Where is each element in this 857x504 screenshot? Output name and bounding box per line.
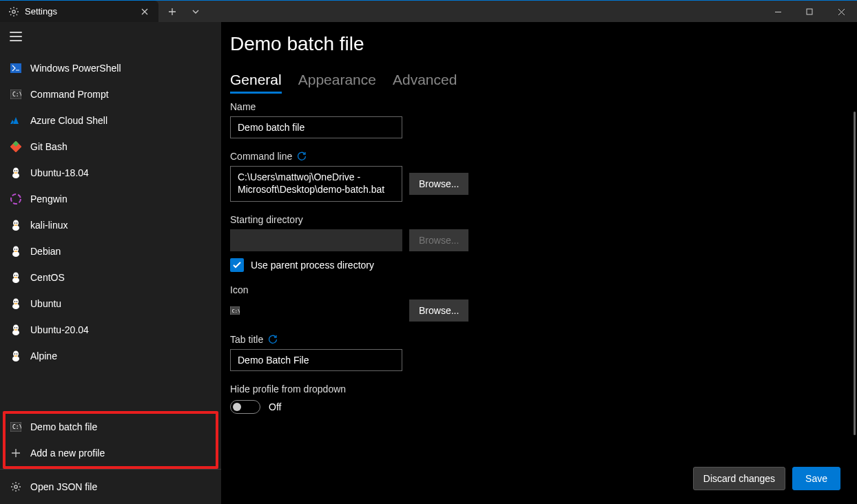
sidebar-item-alpine[interactable]: Alpine [3,343,218,369]
svg-point-29 [12,330,19,335]
commandline-label-text: Command line [230,151,292,162]
discard-button[interactable]: Discard changes [693,467,785,490]
browse-startdir-button[interactable]: Browse... [409,229,468,251]
startdir-input[interactable] [230,229,402,251]
hamburger-button[interactable] [0,22,221,51]
sidebar-item-kali[interactable]: kali-linux [3,212,218,238]
new-tab-button[interactable] [161,2,183,21]
icon-input[interactable]: C:\ [230,300,402,322]
sidebar-item-label: Command Prompt [30,89,109,100]
sidebar-item-debian[interactable]: Debian [3,238,218,264]
svg-point-23 [17,275,18,276]
field-name: Name [230,101,838,138]
sidebar-bottom: Open JSON file [0,469,221,504]
name-input[interactable] [230,116,402,138]
sidebar-item-powershell[interactable]: Windows PowerShell [3,55,218,81]
sidebar-item-azure[interactable]: Azure Cloud Shell [3,107,218,134]
field-startdir: Starting directory Browse... Use parent … [230,214,838,272]
use-parent-checkbox[interactable] [230,258,244,272]
sidebar-item-label: CentOS [30,272,65,283]
commandline-input[interactable]: C:\Users\mattwoj\OneDrive - Microsoft\De… [230,166,402,202]
sidebar-item-label: Debian [30,246,61,257]
field-commandline: Command line C:\Users\mattwoj\OneDrive -… [230,151,838,202]
icon-label: Icon [230,284,838,295]
reset-icon[interactable] [296,151,307,162]
svg-point-38 [14,485,17,488]
cmd-icon: C:\ [230,306,240,315]
footer: Discard changes Save [222,460,857,504]
svg-point-33 [12,356,19,361]
svg-point-31 [17,327,18,328]
toggle-state-label: Off [269,401,281,412]
svg-point-8 [12,173,19,178]
sidebar-item-label: kali-linux [30,220,68,231]
window-controls [762,1,857,22]
svg-point-22 [14,275,16,276]
open-json-button[interactable]: Open JSON file [3,474,218,500]
sidebar-item-pengwin[interactable]: Pengwin [3,186,218,212]
sidebar-item-label: Add a new profile [30,448,105,459]
sidebar-list: Windows PowerShell C:\ Command Prompt Az… [0,51,221,411]
svg-point-30 [14,327,16,328]
titlebar-actions [158,1,209,22]
sidebar-item-gitbash[interactable]: Git Bash [3,134,218,160]
sidebar-item-demo-batch[interactable]: C:\ Demo batch file [6,414,216,440]
linux-icon [10,324,22,336]
sidebar-item-label: Ubuntu [30,298,61,309]
plus-icon [10,447,22,459]
tab-settings[interactable]: Settings [0,1,158,22]
linux-icon [10,350,22,362]
sidebar-item-label: Pengwin [30,193,68,204]
svg-point-26 [14,301,16,302]
scrollbar[interactable] [854,112,856,435]
tab-dropdown-button[interactable] [185,2,207,21]
save-button[interactable]: Save [792,467,840,490]
sidebar-item-cmd[interactable]: C:\ Command Prompt [3,81,218,107]
gitbash-icon [10,140,22,153]
svg-point-18 [14,249,16,250]
svg-point-0 [12,10,15,12]
close-window-button[interactable] [825,1,857,23]
startdir-label: Starting directory [230,214,838,225]
gear-icon [8,6,19,17]
sidebar: Windows PowerShell C:\ Command Prompt Az… [0,22,222,504]
powershell-icon [10,62,22,74]
sidebar-item-label: Azure Cloud Shell [30,115,107,126]
svg-point-25 [12,304,19,309]
tabtitle-label: Tab title [230,334,838,345]
sidebar-item-label: Ubuntu-20.04 [30,324,89,335]
linux-icon [10,297,22,310]
tabtitle-input[interactable] [230,349,402,371]
minimize-button[interactable] [762,1,794,23]
sidebar-item-label: Ubuntu-18.04 [30,167,89,178]
titlebar: Settings [0,0,857,22]
field-icon: Icon C:\ Browse... [230,284,838,322]
sidebar-item-label: Git Bash [30,141,68,152]
svg-point-21 [12,277,19,283]
svg-point-9 [14,170,16,171]
close-icon[interactable] [136,3,153,20]
tab-general[interactable]: General [230,72,282,92]
name-label: Name [230,101,838,112]
tab-title-label: Settings [25,6,131,17]
sidebar-item-ubuntu2004[interactable]: Ubuntu-20.04 [3,317,218,343]
reset-icon[interactable] [267,334,278,345]
tab-advanced[interactable]: Advanced [393,72,457,92]
sidebar-item-label: Alpine [30,350,57,361]
tab-appearance[interactable]: Appearance [298,72,376,92]
sidebar-item-add-profile[interactable]: Add a new profile [6,440,216,466]
browse-icon-button[interactable]: Browse... [409,300,468,322]
hide-toggle[interactable] [230,400,260,414]
sidebar-item-centos[interactable]: CentOS [3,264,218,291]
sidebar-item-label: Demo batch file [30,421,97,432]
svg-point-19 [17,249,18,250]
sidebar-item-ubuntu1804[interactable]: Ubuntu-18.04 [3,160,218,186]
maximize-button[interactable] [794,1,825,23]
sidebar-item-ubuntu[interactable]: Ubuntu [3,291,218,317]
use-parent-row: Use parent process directory [230,258,838,272]
cmd-icon: C:\ [10,88,22,101]
tabs: General Appearance Advanced [230,72,838,93]
field-tabtitle: Tab title [230,334,838,371]
browse-commandline-button[interactable]: Browse... [409,173,468,195]
svg-point-34 [14,353,16,355]
